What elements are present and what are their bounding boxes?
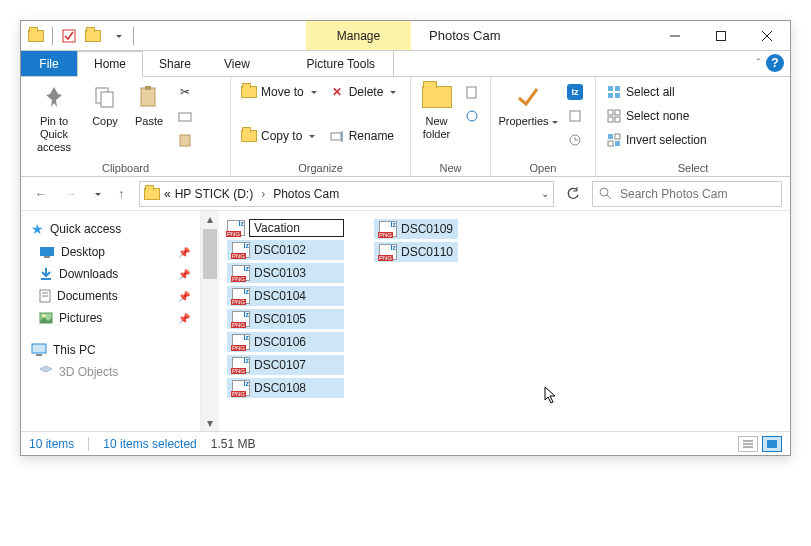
- nav-3d-objects[interactable]: 3D Objects: [21, 361, 200, 383]
- nav-scrollbar[interactable]: ▴ ▾: [201, 211, 219, 431]
- copy-to-button[interactable]: Copy to: [237, 125, 321, 147]
- copy-button[interactable]: Copy: [85, 81, 125, 128]
- edit-button[interactable]: [563, 105, 587, 127]
- nav-this-pc[interactable]: This PC: [21, 339, 200, 361]
- easy-access-button[interactable]: [460, 105, 484, 127]
- qat-properties-icon[interactable]: [58, 25, 80, 47]
- tab-share[interactable]: Share: [143, 51, 208, 76]
- svg-rect-7: [141, 88, 155, 106]
- help-icon[interactable]: ?: [766, 54, 784, 72]
- tab-file[interactable]: File: [21, 51, 77, 76]
- new-folder-button[interactable]: New folder: [417, 81, 456, 141]
- minimize-button[interactable]: [652, 21, 698, 50]
- copy-icon: [89, 81, 121, 113]
- ribbon-collapse-icon[interactable]: ˆ: [757, 58, 760, 69]
- invert-selection-button[interactable]: Invert selection: [602, 129, 711, 151]
- svg-rect-19: [608, 93, 613, 98]
- file-name: DSC0106: [254, 335, 306, 349]
- copyto-icon: [241, 128, 257, 144]
- file-list[interactable]: IzPNG Vacation IzPNGDSC0102IzPNGDSC0103I…: [219, 211, 790, 431]
- file-item[interactable]: IzPNGDSC0106: [227, 332, 344, 352]
- paste-button[interactable]: Paste: [129, 81, 169, 128]
- open-button[interactable]: Iz: [563, 81, 587, 103]
- up-button[interactable]: ↑: [109, 182, 133, 206]
- contextual-tab-manage[interactable]: Manage: [306, 21, 411, 50]
- content-area: ★Quick access Desktop📌 Downloads📌 Docume…: [21, 211, 790, 431]
- rename-input[interactable]: Vacation: [249, 219, 344, 237]
- star-icon: ★: [31, 221, 44, 237]
- qat-dropdown[interactable]: [106, 25, 128, 47]
- tab-picture-tools[interactable]: Picture Tools: [289, 51, 394, 76]
- svg-rect-40: [36, 354, 42, 356]
- breadcrumb-drive[interactable]: HP STICK (D:): [175, 187, 253, 201]
- copy-path-button[interactable]: [173, 105, 197, 127]
- png-thumb-icon: IzPNG: [232, 334, 250, 350]
- delete-button[interactable]: ✕Delete: [325, 81, 401, 103]
- file-item[interactable]: IzPNGDSC0110: [374, 242, 458, 262]
- scroll-thumb[interactable]: [203, 229, 217, 279]
- qat-newfolder-icon[interactable]: [82, 25, 104, 47]
- svg-rect-44: [767, 440, 777, 448]
- scroll-up-icon[interactable]: ▴: [207, 211, 213, 227]
- refresh-button[interactable]: [560, 181, 586, 207]
- nav-downloads[interactable]: Downloads📌: [21, 263, 200, 285]
- rename-button[interactable]: Rename: [325, 125, 401, 147]
- search-input[interactable]: [618, 186, 775, 202]
- copy-label: Copy: [92, 115, 118, 128]
- new-item-button[interactable]: [460, 81, 484, 103]
- nav-quick-access[interactable]: ★Quick access: [21, 217, 200, 241]
- qat-folder-icon[interactable]: [25, 25, 47, 47]
- ribbon-group-open: Properties Iz Open: [491, 77, 596, 176]
- svg-rect-31: [40, 247, 54, 256]
- svg-rect-24: [615, 117, 620, 122]
- recent-dropdown[interactable]: [89, 182, 103, 206]
- svg-line-30: [607, 195, 611, 199]
- file-item[interactable]: IzPNGDSC0104: [227, 286, 344, 306]
- tab-view[interactable]: View: [208, 51, 267, 76]
- properties-button[interactable]: Properties: [497, 81, 559, 128]
- png-thumb-icon: IzPNG: [232, 311, 250, 327]
- address-folder-icon: [144, 188, 160, 200]
- svg-rect-11: [331, 133, 341, 140]
- cut-button[interactable]: ✂: [173, 81, 197, 103]
- paste-shortcut-button[interactable]: [173, 129, 197, 151]
- maximize-button[interactable]: [698, 21, 744, 50]
- forward-button[interactable]: →: [59, 182, 83, 206]
- file-item[interactable]: IzPNGDSC0103: [227, 263, 344, 283]
- status-selected-count: 10 items selected: [103, 437, 196, 451]
- file-item[interactable]: IzPNGDSC0108: [227, 378, 344, 398]
- pin-to-quick-access-button[interactable]: Pin to Quick access: [27, 81, 81, 155]
- svg-rect-2: [717, 31, 726, 40]
- nav-pictures[interactable]: Pictures📌: [21, 307, 200, 329]
- breadcrumb-folder[interactable]: Photos Cam: [273, 187, 339, 201]
- history-button[interactable]: [563, 129, 587, 151]
- edit-icon: [567, 108, 583, 124]
- back-button[interactable]: ←: [29, 182, 53, 206]
- thumbnails-view-button[interactable]: [762, 436, 782, 452]
- svg-rect-23: [608, 117, 613, 122]
- file-item[interactable]: IzPNGDSC0107: [227, 355, 344, 375]
- nav-documents[interactable]: Documents📌: [21, 285, 200, 307]
- address-dropdown[interactable]: ⌄: [541, 188, 549, 199]
- breadcrumb-root[interactable]: «: [164, 187, 171, 201]
- quick-access-toolbar: [21, 21, 141, 50]
- file-item[interactable]: IzPNGDSC0109: [374, 219, 458, 239]
- properties-icon: [512, 81, 544, 113]
- nav-desktop[interactable]: Desktop📌: [21, 241, 200, 263]
- move-to-button[interactable]: Move to: [237, 81, 321, 103]
- file-item-renaming[interactable]: IzPNG Vacation: [227, 219, 344, 237]
- file-column-1: IzPNG Vacation IzPNGDSC0102IzPNGDSC0103I…: [227, 219, 344, 398]
- search-box[interactable]: [592, 181, 782, 207]
- select-none-button[interactable]: Select none: [602, 105, 711, 127]
- file-item[interactable]: IzPNGDSC0102: [227, 240, 344, 260]
- move-icon: [241, 84, 257, 100]
- file-name: DSC0105: [254, 312, 306, 326]
- tab-home[interactable]: Home: [77, 51, 143, 77]
- address-bar[interactable]: « HP STICK (D:) Photos Cam ⌄: [139, 181, 554, 207]
- scroll-down-icon[interactable]: ▾: [207, 415, 213, 431]
- select-all-button[interactable]: Select all: [602, 81, 711, 103]
- details-view-button[interactable]: [738, 436, 758, 452]
- close-button[interactable]: [744, 21, 790, 50]
- file-item[interactable]: IzPNGDSC0105: [227, 309, 344, 329]
- pin-label: Pin to Quick access: [27, 115, 81, 155]
